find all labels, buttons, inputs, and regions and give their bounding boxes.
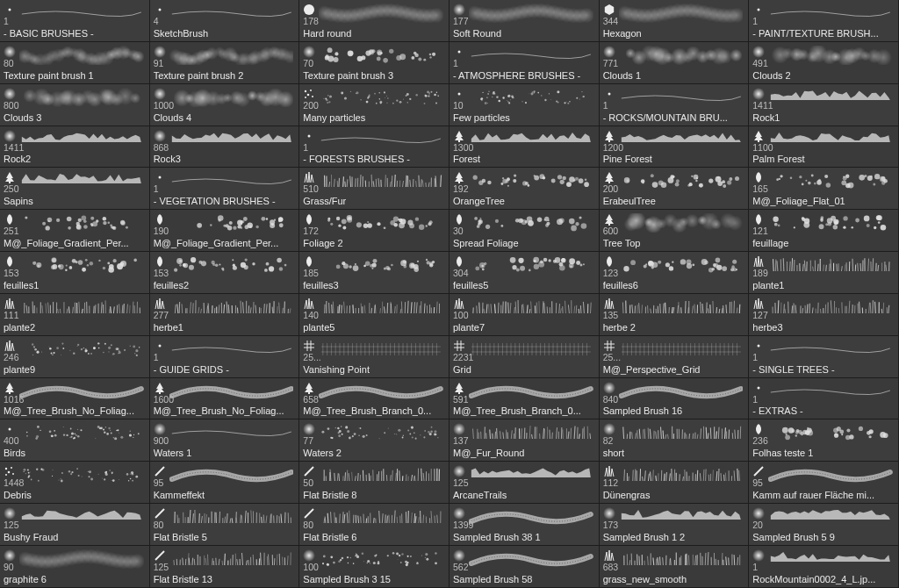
brush-cell[interactable]: 95Kamm auf rauer Fläche mi... (749, 462, 899, 504)
brush-cell[interactable]: 591M@_Tree_Brush_Branch_0... (450, 378, 600, 420)
brush-cell[interactable]: 50Flat Bristle 8 (299, 462, 450, 504)
brush-cell[interactable]: 137M@_Fur_Round (450, 419, 600, 462)
brush-cell[interactable]: 25...M@_Perspective_Grid (600, 336, 750, 378)
brush-cell[interactable]: 250Sapins (0, 168, 150, 210)
brush-cell[interactable]: 80Flat Bristle 6 (299, 504, 450, 546)
brush-cell[interactable]: 95Kammeffekt (150, 462, 300, 504)
brush-cell[interactable]: 246plante9 (0, 336, 150, 378)
brush-cell[interactable]: 111plante2 (0, 294, 150, 336)
brush-tip-icon (4, 213, 16, 226)
brush-cell[interactable]: 658M@_Tree_Brush_Branch_0... (299, 378, 450, 420)
svg-point-572 (623, 218, 638, 233)
brush-cell[interactable]: 200ErabeulTree (600, 168, 750, 210)
brush-cell[interactable]: 190M@_Foliage_Gradient_Per... (150, 210, 300, 252)
brush-cell[interactable]: 135herbe 2 (600, 294, 750, 336)
brush-cell[interactable]: 1600M@_Tree_Brush_No_Foliag... (150, 378, 300, 420)
brush-cell[interactable]: 277herbe1 (150, 294, 300, 336)
brush-cell[interactable]: 1000Clouds 4 (150, 84, 300, 126)
brush-cell[interactable]: 173Sampled Brush 1 2 (600, 504, 750, 546)
brush-cell[interactable]: 800Clouds 3 (0, 84, 150, 126)
brush-name-label: plante1 (752, 280, 895, 291)
brush-cell[interactable]: 25...Vanishing Point (299, 336, 450, 378)
brush-cell[interactable]: 1- ATMOSPHERE BRUSHES - (450, 42, 600, 84)
brush-cell[interactable]: 344Hexagon (600, 0, 750, 42)
brush-cell[interactable]: 1016M@_Tree_Brush_No_Foliag... (0, 378, 150, 420)
brush-cell[interactable]: 165M@_Foliage_Flat_01 (749, 168, 899, 210)
brush-cell[interactable]: 125ArcaneTrails (450, 462, 600, 504)
brush-cell[interactable]: 172Foliage 2 (299, 210, 450, 252)
brush-stroke-preview (319, 255, 443, 275)
brush-cell[interactable]: 562Sampled Brush 58 (450, 546, 600, 588)
brush-cell[interactable]: 1- PAINT/TEXTURE BRUSH... (749, 0, 899, 42)
brush-cell[interactable]: 1411Rock2 (0, 126, 150, 169)
brush-cell[interactable]: 2231Grid (450, 336, 600, 378)
brush-stroke-preview (619, 213, 744, 233)
brush-cell[interactable]: 771Clouds 1 (600, 42, 750, 84)
brush-cell[interactable]: 600Tree Top (600, 210, 750, 252)
brush-name-label: Flat Bristle 13 (154, 574, 296, 585)
brush-cell[interactable]: 1100Palm Forest (749, 126, 899, 169)
brush-stroke-preview (619, 465, 744, 484)
brush-cell[interactable]: 177Soft Round (450, 0, 600, 42)
svg-point-1238 (111, 433, 112, 434)
brush-cell[interactable]: 80Texture paint brush 1 (0, 42, 150, 84)
brush-cell[interactable]: 1- FORESTS BRUSHES - (299, 126, 450, 169)
brush-cell[interactable]: 90graphite 6 (0, 546, 150, 588)
brush-cell[interactable]: 1RockMountain0002_4_L.jp... (749, 546, 899, 588)
brush-cell[interactable]: 77Waters 2 (299, 419, 450, 462)
brush-cell[interactable]: 1- BASIC BRUSHES - (0, 0, 150, 42)
brush-cell[interactable]: 125Bushy Fraud (0, 504, 150, 546)
brush-cell[interactable]: 868Rock3 (150, 126, 300, 169)
brush-cell[interactable]: 1411Rock1 (749, 84, 899, 126)
brush-cell[interactable]: 1300Forest (450, 126, 600, 169)
brush-cell[interactable]: 125Flat Bristle 13 (150, 546, 300, 588)
brush-cell[interactable]: 1399Sampled Brush 38 1 (450, 504, 600, 546)
brush-cell[interactable]: 100Sampled Brush 3 15 (299, 546, 450, 588)
brush-cell[interactable]: 140plante5 (299, 294, 450, 336)
brush-cell[interactable]: 100plante7 (450, 294, 600, 336)
svg-point-469 (90, 223, 93, 226)
brush-cell[interactable]: 123feuilles6 (600, 252, 750, 294)
brush-cell[interactable]: 189plante1 (749, 252, 899, 294)
svg-point-667 (284, 264, 286, 267)
svg-point-1700 (19, 551, 33, 567)
brush-cell[interactable]: 1448Debris (0, 462, 150, 504)
brush-cell[interactable]: 185feuilles3 (299, 252, 450, 294)
brush-cell[interactable]: 1- VEGETATION BRUSHES - (150, 168, 300, 210)
brush-cell[interactable]: 91Texture paint brush 2 (150, 42, 300, 84)
svg-point-1458 (5, 474, 7, 476)
svg-point-145 (670, 47, 687, 65)
brush-cell[interactable]: 153feuilles2 (150, 252, 300, 294)
brush-cell[interactable]: 1- EXTRAS - (749, 378, 899, 420)
brush-cell[interactable]: 4SketchBrush (150, 0, 300, 42)
brush-cell[interactable]: 1- GUIDE GRIDS - (150, 336, 300, 378)
brush-stroke-preview (619, 255, 744, 275)
brush-cell[interactable]: 251M@_Foliage_Gradient_Per... (0, 210, 150, 252)
brush-cell[interactable]: 491Clouds 2 (749, 42, 899, 84)
brush-cell[interactable]: 127herbe3 (749, 294, 899, 336)
brush-cell[interactable]: 82short (600, 419, 750, 462)
brush-cell[interactable]: 178Hard round (299, 0, 450, 42)
brush-cell[interactable]: 840Sampled Brush 16 (600, 378, 750, 420)
svg-point-259 (493, 91, 494, 93)
brush-cell[interactable]: 10Few particles (450, 84, 600, 126)
brush-cell[interactable]: 304feuilles5 (450, 252, 600, 294)
brush-cell[interactable]: 30Spread Foliage (450, 210, 600, 252)
brush-cell[interactable]: 70Texture paint brush 3 (299, 42, 450, 84)
brush-cell[interactable]: 683grass_new_smooth (600, 546, 750, 588)
brush-name-label: M@_Foliage_Flat_01 (752, 196, 895, 207)
brush-cell[interactable]: 112Dünengras (600, 462, 750, 504)
brush-cell[interactable]: 153feuilles1 (0, 252, 150, 294)
brush-cell[interactable]: 192OrangeTree (450, 168, 600, 210)
brush-cell[interactable]: 80Flat Bristle 5 (150, 504, 300, 546)
brush-cell[interactable]: 121feuillage (749, 210, 899, 252)
brush-cell[interactable]: 900Waters 1 (150, 419, 300, 462)
brush-cell[interactable]: 1200Pine Forest (600, 126, 750, 169)
brush-cell[interactable]: 200Many particles (299, 84, 450, 126)
brush-cell[interactable]: 400Birds (0, 419, 150, 462)
brush-cell[interactable]: 1- SINGLE TREES - (749, 336, 899, 378)
brush-cell[interactable]: 510Grass/Fur (299, 168, 450, 210)
brush-cell[interactable]: 1- ROCKS/MOUNTAIN BRU... (600, 84, 750, 126)
brush-cell[interactable]: 236Folhas teste 1 (749, 419, 899, 462)
brush-cell[interactable]: 20Sampled Brush 5 9 (749, 504, 899, 546)
